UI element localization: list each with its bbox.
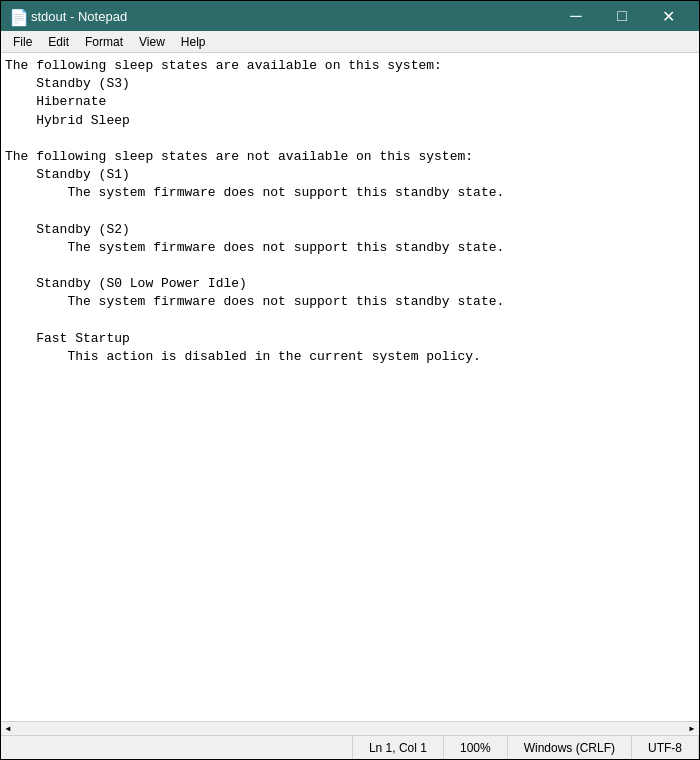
scroll-right-button[interactable]: ▶ — [685, 722, 699, 736]
close-button[interactable]: ✕ — [645, 1, 691, 31]
title-bar-controls: ─ □ ✕ — [553, 1, 691, 31]
editor-content[interactable]: The following sleep states are available… — [5, 57, 695, 717]
editor-area[interactable]: The following sleep states are available… — [1, 53, 699, 721]
title-bar-left: 📄 stdout - Notepad — [9, 8, 127, 24]
scroll-left-button[interactable]: ◀ — [1, 722, 15, 736]
title-bar: 📄 stdout - Notepad ─ □ ✕ — [1, 1, 699, 31]
horizontal-scrollbar[interactable]: ◀ ▶ — [1, 721, 699, 735]
status-position: Ln 1, Col 1 — [353, 736, 444, 759]
scroll-track[interactable] — [15, 722, 685, 736]
menu-file[interactable]: File — [5, 33, 40, 51]
menu-format[interactable]: Format — [77, 33, 131, 51]
status-line-ending: Windows (CRLF) — [508, 736, 632, 759]
window-title: stdout - Notepad — [31, 9, 127, 24]
status-encoding: UTF-8 — [632, 736, 699, 759]
menu-help[interactable]: Help — [173, 33, 214, 51]
status-empty — [1, 736, 353, 759]
minimize-button[interactable]: ─ — [553, 1, 599, 31]
menu-bar: File Edit Format View Help — [1, 31, 699, 53]
menu-view[interactable]: View — [131, 33, 173, 51]
app-icon: 📄 — [9, 8, 25, 24]
status-zoom: 100% — [444, 736, 508, 759]
status-bar: Ln 1, Col 1 100% Windows (CRLF) UTF-8 — [1, 735, 699, 759]
menu-edit[interactable]: Edit — [40, 33, 77, 51]
maximize-button[interactable]: □ — [599, 1, 645, 31]
notepad-window: 📄 stdout - Notepad ─ □ ✕ File Edit Forma… — [0, 0, 700, 760]
